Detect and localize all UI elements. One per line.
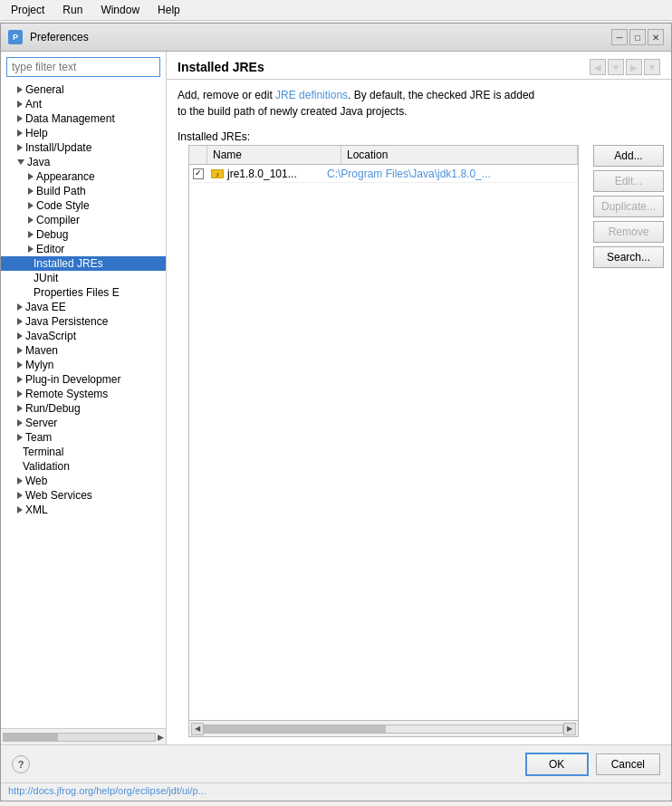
ok-button[interactable]: OK: [525, 753, 589, 776]
search-button[interactable]: Search...: [593, 246, 664, 268]
nav-back-button[interactable]: ◀: [590, 59, 606, 75]
arrow-icon: [28, 231, 34, 238]
scroll-left-btn[interactable]: ◀: [191, 723, 204, 735]
menu-project[interactable]: Project: [7, 2, 48, 18]
sidebar-item-editor[interactable]: Editor: [1, 242, 166, 256]
sidebar-item-label: Installed JREs: [34, 257, 103, 270]
sidebar-item-remote-systems[interactable]: Remote Systems: [1, 387, 166, 401]
sidebar-item-xml[interactable]: XML: [1, 503, 166, 517]
close-button[interactable]: ✕: [648, 29, 664, 45]
menu-help[interactable]: Help: [154, 2, 184, 18]
scroll-track[interactable]: [204, 724, 563, 734]
installed-jres-label: Installed JREs:: [167, 127, 671, 145]
sidebar-item-server[interactable]: Server: [1, 416, 166, 430]
table-row[interactable]: Jjre1.8.0_101...C:\Program Files\Java\jd…: [189, 165, 578, 183]
arrow-icon: [17, 477, 23, 485]
scroll-right-arrow[interactable]: ▶: [158, 733, 164, 742]
sidebar-item-run-debug[interactable]: Run/Debug: [1, 401, 166, 416]
sidebar-item-install-update[interactable]: Install/Update: [1, 140, 166, 155]
sidebar-item-java-persistence[interactable]: Java Persistence: [1, 314, 166, 329]
sidebar-item-appearance[interactable]: Appearance: [1, 169, 166, 184]
sidebar-item-label: Java: [27, 156, 50, 168]
search-input[interactable]: [6, 57, 160, 77]
sidebar-item-label: Java Persistence: [25, 315, 108, 328]
desc-highlight: JRE definitions: [275, 89, 348, 101]
sidebar-item-general[interactable]: General: [1, 82, 166, 97]
main-description: Add, remove or edit JRE definitions. By …: [167, 80, 671, 127]
sidebar-item-ant[interactable]: Ant: [1, 97, 166, 111]
jre-checkbox[interactable]: [189, 167, 207, 181]
arrow-icon: [17, 303, 23, 311]
th-checkbox: [189, 146, 207, 164]
sidebar-item-label: Remote Systems: [25, 388, 108, 400]
sidebar-item-label: Web Services: [25, 489, 92, 502]
table-container: Name Location Jjre1.8.0_101...C:\Program…: [167, 145, 590, 737]
scroll-thumb[interactable]: [205, 725, 386, 733]
scroll-right-btn[interactable]: ▶: [563, 723, 576, 735]
arrow-icon: [17, 390, 23, 398]
desc-text-1: Add, remove or edit: [178, 89, 275, 101]
footer-right: OK Cancel: [525, 753, 660, 776]
titlebar: P Preferences ─ □ ✕: [1, 24, 671, 52]
sidebar-scroll-track[interactable]: [3, 733, 156, 742]
jre-table: Name Location Jjre1.8.0_101...C:\Program…: [188, 145, 579, 737]
sidebar-item-label: Code Style: [36, 199, 90, 212]
sidebar-item-java-ee[interactable]: Java EE: [1, 300, 166, 314]
maximize-button[interactable]: □: [629, 29, 646, 45]
nav-forward-button[interactable]: ▶: [626, 59, 642, 75]
nav-dropdown-button[interactable]: ▼: [608, 59, 624, 75]
arrow-icon: [17, 419, 23, 427]
sidebar-item-label: Debug: [36, 228, 68, 241]
sidebar-item-terminal[interactable]: Terminal: [1, 445, 166, 459]
arrow-icon: [17, 332, 23, 340]
cancel-button[interactable]: Cancel: [596, 753, 660, 775]
sidebar-item-mylyn[interactable]: Mylyn: [1, 358, 166, 372]
nav-forward-dropdown[interactable]: ▼: [644, 59, 660, 75]
minimize-button[interactable]: ─: [611, 29, 628, 45]
sidebar-item-javascript[interactable]: JavaScript: [1, 329, 166, 343]
sidebar-item-junit[interactable]: JUnit: [1, 271, 166, 285]
remove-button: Remove: [593, 221, 664, 243]
sidebar-item-label: Mylyn: [25, 359, 53, 371]
sidebar-item-data-management[interactable]: Data Management: [1, 111, 166, 126]
sidebar-item-code-style[interactable]: Code Style: [1, 198, 166, 213]
arrow-icon: [17, 159, 24, 165]
menu-window[interactable]: Window: [97, 2, 143, 18]
sidebar-item-plug-in-development[interactable]: Plug-in Developmer: [1, 372, 166, 387]
help-button[interactable]: ?: [12, 755, 30, 773]
sidebar-item-help[interactable]: Help: [1, 126, 166, 140]
sidebar-item-web[interactable]: Web: [1, 474, 166, 488]
sidebar-item-label: Build Path: [36, 185, 86, 197]
sidebar-item-build-path[interactable]: Build Path: [1, 184, 166, 198]
arrow-icon: [17, 347, 23, 354]
add-button[interactable]: Add...: [593, 145, 664, 167]
sidebar-item-label: JUnit: [34, 272, 58, 284]
sidebar-item-label: JavaScript: [25, 330, 76, 342]
menu-run[interactable]: Run: [59, 2, 86, 18]
sidebar-item-label: Terminal: [23, 446, 63, 458]
jre-name: jre1.8.0_101...: [224, 166, 323, 182]
sidebar-item-java[interactable]: Java: [1, 155, 166, 169]
th-name: Name: [207, 146, 341, 164]
table-scrollbar[interactable]: ◀ ▶: [189, 720, 578, 736]
sidebar-item-validation[interactable]: Validation: [1, 459, 166, 474]
sidebar-item-properties-files[interactable]: Properties Files E: [1, 285, 166, 300]
arrow-icon: [17, 376, 23, 383]
arrow-icon: [17, 405, 23, 412]
sidebar-scroll-thumb[interactable]: [4, 734, 58, 741]
arrow-icon: [17, 361, 23, 369]
sidebar-item-compiler[interactable]: Compiler: [1, 213, 166, 227]
sidebar-item-installed-jres[interactable]: Installed JREs: [1, 256, 166, 271]
window-title: Preferences: [30, 31, 604, 43]
content-area: GeneralAntData ManagementHelpInstall/Upd…: [1, 52, 671, 744]
jre-icon: J: [207, 166, 224, 182]
sidebar-item-web-services[interactable]: Web Services: [1, 488, 166, 503]
arrow-icon: [17, 434, 23, 441]
sidebar-scrollbar[interactable]: ▶: [1, 728, 166, 744]
arrow-icon: [17, 86, 23, 93]
th-location: Location: [341, 146, 578, 164]
titlebar-buttons: ─ □ ✕: [611, 29, 664, 45]
sidebar-item-maven[interactable]: Maven: [1, 343, 166, 358]
sidebar-item-debug[interactable]: Debug: [1, 227, 166, 242]
sidebar-item-team[interactable]: Team: [1, 430, 166, 445]
